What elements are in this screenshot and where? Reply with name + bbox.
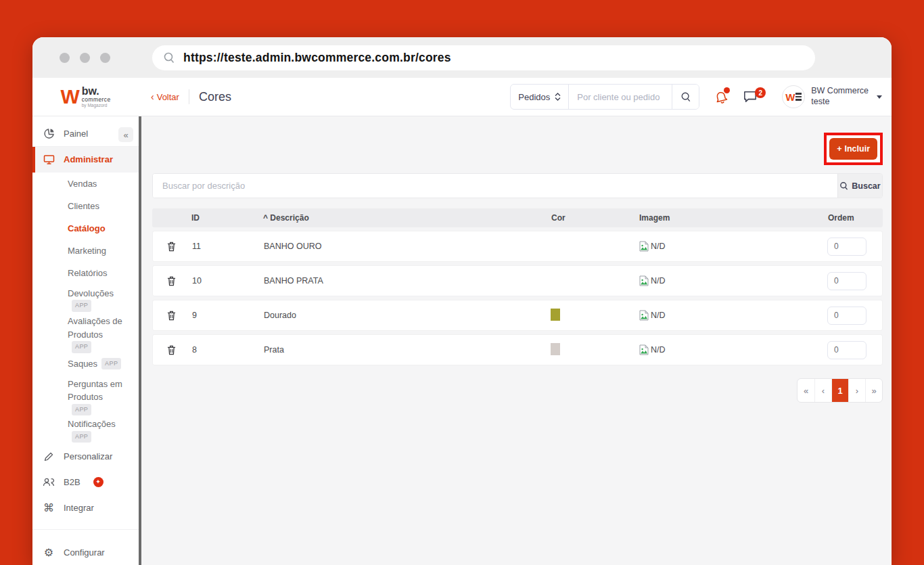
app-badge: APP: [72, 404, 91, 416]
table-row: 9 Dourado N/D: [152, 300, 883, 331]
app-badge: APP: [72, 431, 91, 443]
window-maximize-button[interactable]: [100, 53, 110, 63]
search-icon: [163, 51, 175, 64]
back-link-label: Voltar: [157, 92, 179, 102]
chat-button[interactable]: 2: [743, 90, 758, 104]
image-alt-text: N/D: [651, 242, 666, 251]
sidebar-item-avaliacoes[interactable]: Avaliações de ProdutosAPP: [32, 312, 139, 352]
page-title: Cores: [199, 90, 231, 104]
sidebar-label-painel: Painel: [64, 129, 88, 139]
table-row: 10 BANHO PRATA N/D: [152, 265, 883, 296]
sidebar-item-configurar[interactable]: ⚙ Configurar: [32, 541, 139, 565]
sidebar: Painel « Administrar Vendas Clientes Cat…: [32, 116, 139, 565]
sidebar-item-marketing[interactable]: Marketing: [32, 240, 139, 262]
column-header-descricao[interactable]: ^ Descrição: [263, 213, 551, 223]
window-controls: [60, 53, 110, 63]
plus-icon: +: [837, 144, 841, 154]
browser-chrome: https://teste.admin.bwcommerce.com.br/co…: [32, 37, 892, 78]
sidebar-label-personalizar: Personalizar: [64, 451, 112, 461]
browser-window: https://teste.admin.bwcommerce.com.br/co…: [32, 37, 892, 565]
ordem-input[interactable]: [827, 307, 867, 325]
gear-icon: ⚙: [43, 547, 55, 558]
cell-id: 10: [176, 276, 264, 286]
app-badge: APP: [72, 341, 91, 353]
delete-icon[interactable]: [167, 311, 176, 321]
column-header-ordem[interactable]: Ordem: [818, 213, 883, 223]
sidebar-item-clientes[interactable]: Clientes: [32, 195, 139, 217]
sidebar-collapse-button[interactable]: «: [118, 127, 133, 142]
sidebar-item-relatorios[interactable]: Relatórios: [32, 262, 139, 284]
pagination-next-button[interactable]: ›: [848, 379, 865, 402]
column-header-cor[interactable]: Cor: [551, 213, 639, 223]
sidebar-item-notificacoes[interactable]: NotificaçõesAPP: [32, 415, 139, 443]
cell-descricao: BANHO OURO: [264, 242, 551, 251]
user-name: teste: [811, 97, 869, 108]
broken-image-icon: [639, 344, 649, 355]
brand-logo[interactable]: W bw. commerce by Magazord: [32, 78, 139, 116]
image-alt-text: N/D: [651, 345, 666, 355]
cell-id: 8: [176, 345, 264, 355]
header-divider: [189, 89, 189, 104]
sidebar-divider: [32, 529, 139, 530]
sidebar-item-painel[interactable]: Painel «: [32, 121, 139, 145]
sidebar-item-b2b[interactable]: B2B ✦: [32, 469, 139, 495]
b2b-app-badge: ✦: [93, 477, 103, 487]
avatar-brand-mark: W: [785, 91, 794, 103]
search-icon: [839, 181, 848, 190]
column-header-imagem[interactable]: Imagem: [639, 213, 818, 223]
delete-icon[interactable]: [167, 345, 176, 355]
header-search-button[interactable]: [672, 85, 699, 109]
sidebar-item-perguntas[interactable]: Perguntas em ProdutosAPP: [32, 375, 139, 415]
sidebar-item-administrar[interactable]: Administrar: [32, 147, 139, 173]
window-close-button[interactable]: [60, 53, 70, 63]
cell-descricao: Dourado: [264, 311, 551, 320]
annotation-highlight-box: + Incluir: [824, 133, 883, 165]
notifications-button[interactable]: [714, 89, 728, 104]
brand-mark-icon: W: [60, 87, 78, 107]
broken-image-icon: [639, 310, 649, 321]
monitor-icon: [43, 154, 55, 165]
sidebar-label-administrar: Administrar: [64, 154, 113, 164]
delete-icon[interactable]: [167, 276, 176, 286]
sidebar-item-catalogo[interactable]: Catálogo: [32, 217, 139, 240]
window-minimize-button[interactable]: [80, 53, 90, 63]
sidebar-item-devolucoes[interactable]: DevoluçõesAPP: [32, 284, 139, 313]
description-search-input[interactable]: [153, 174, 837, 198]
back-link[interactable]: ‹ Voltar: [151, 91, 179, 102]
chat-count-badge: 2: [755, 87, 766, 98]
ordem-input[interactable]: [827, 341, 867, 359]
chevron-left-icon: ‹: [151, 91, 154, 102]
ordem-input[interactable]: [827, 272, 867, 290]
people-icon: [43, 477, 55, 487]
table-row: 8 Prata N/D: [152, 334, 883, 365]
pie-chart-icon: [43, 128, 55, 139]
pagination-prev-button[interactable]: ‹: [814, 379, 831, 402]
app-badge: APP: [101, 358, 121, 370]
delete-icon[interactable]: [167, 242, 176, 252]
broken-image-icon: [639, 241, 649, 252]
cell-id: 11: [176, 242, 264, 251]
entity-select[interactable]: Pedidos: [511, 85, 569, 109]
table-search-bar: Buscar: [152, 173, 883, 198]
sidebar-item-saques[interactable]: SaquesAPP: [32, 353, 139, 375]
column-header-id[interactable]: ID: [175, 213, 263, 223]
ordem-input[interactable]: [827, 238, 867, 256]
buscar-button[interactable]: Buscar: [837, 174, 882, 198]
sidebar-item-personalizar[interactable]: Personalizar: [32, 443, 139, 469]
cell-id: 9: [176, 311, 264, 320]
incluir-button[interactable]: + Incluir: [829, 138, 877, 160]
user-info[interactable]: BW Commerce teste: [811, 86, 869, 107]
main-content: + Incluir Buscar ID ^ Descrição: [141, 116, 892, 565]
header-search-input[interactable]: [569, 92, 672, 102]
image-alt-text: N/D: [651, 276, 666, 286]
user-avatar[interactable]: W: [782, 85, 805, 108]
cell-descricao: Prata: [264, 345, 551, 355]
url-bar[interactable]: https://teste.admin.bwcommerce.com.br/co…: [152, 45, 815, 70]
sidebar-item-integrar[interactable]: ⌘ Integrar: [32, 495, 139, 520]
user-menu-caret-icon[interactable]: [877, 95, 882, 99]
pagination-last-button[interactable]: »: [865, 379, 882, 402]
pagination-first-button[interactable]: «: [798, 379, 814, 402]
sidebar-item-vendas[interactable]: Vendas: [32, 173, 139, 195]
sidebar-label-b2b: B2B: [64, 477, 80, 487]
pagination-page-1[interactable]: 1: [831, 379, 848, 402]
